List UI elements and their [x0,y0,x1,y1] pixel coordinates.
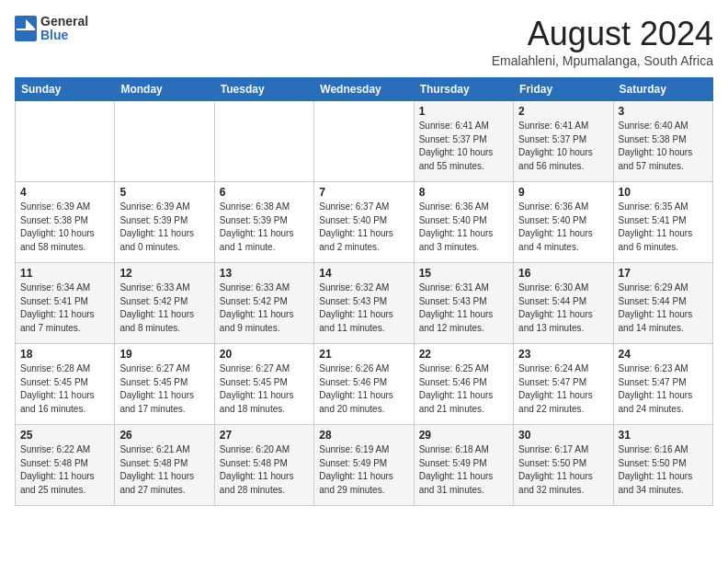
calendar-body: 1Sunrise: 6:41 AM Sunset: 5:37 PM Daylig… [16,101,713,506]
day-info: Sunrise: 6:26 AM Sunset: 5:46 PM Dayligh… [319,362,408,416]
calendar-cell: 4Sunrise: 6:39 AM Sunset: 5:38 PM Daylig… [16,182,115,263]
calendar-cell: 3Sunrise: 6:40 AM Sunset: 5:38 PM Daylig… [613,101,712,182]
day-number: 6 [220,186,309,199]
svg-rect-2 [17,29,35,30]
day-info: Sunrise: 6:39 AM Sunset: 5:39 PM Dayligh… [119,201,209,254]
day-info: Sunrise: 6:28 AM Sunset: 5:45 PM Dayligh… [20,362,109,416]
day-number: 28 [319,429,408,442]
day-info: Sunrise: 6:36 AM Sunset: 5:40 PM Dayligh… [419,201,508,254]
calendar-week-row: 4Sunrise: 6:39 AM Sunset: 5:38 PM Daylig… [16,182,713,263]
calendar-cell [16,101,115,182]
calendar-cell: 17Sunrise: 6:29 AM Sunset: 5:44 PM Dayli… [613,263,712,344]
calendar-cell: 2Sunrise: 6:41 AM Sunset: 5:37 PM Daylig… [514,101,613,182]
day-info: Sunrise: 6:33 AM Sunset: 5:42 PM Dayligh… [220,282,309,335]
header-row: Sunday Monday Tuesday Wednesday Thursday… [16,78,713,101]
calendar-cell: 8Sunrise: 6:36 AM Sunset: 5:40 PM Daylig… [414,182,513,263]
calendar-header: Sunday Monday Tuesday Wednesday Thursday… [16,78,713,101]
calendar-week-row: 11Sunrise: 6:34 AM Sunset: 5:41 PM Dayli… [16,263,713,344]
day-info: Sunrise: 6:22 AM Sunset: 5:48 PM Dayligh… [20,443,109,497]
day-info: Sunrise: 6:16 AM Sunset: 5:50 PM Dayligh… [619,443,708,497]
calendar-cell: 21Sunrise: 6:26 AM Sunset: 5:46 PM Dayli… [314,344,414,425]
day-number: 13 [220,267,309,280]
day-number: 9 [518,186,608,199]
day-info: Sunrise: 6:23 AM Sunset: 5:47 PM Dayligh… [619,362,708,416]
day-number: 20 [220,348,309,361]
calendar-week-row: 1Sunrise: 6:41 AM Sunset: 5:37 PM Daylig… [16,101,713,182]
day-info: Sunrise: 6:41 AM Sunset: 5:37 PM Dayligh… [419,120,508,173]
day-info: Sunrise: 6:29 AM Sunset: 5:44 PM Dayligh… [619,282,708,335]
day-info: Sunrise: 6:25 AM Sunset: 5:46 PM Dayligh… [419,362,508,416]
logo-icon [15,16,37,41]
calendar-cell: 14Sunrise: 6:32 AM Sunset: 5:43 PM Dayli… [314,263,414,344]
calendar-cell: 27Sunrise: 6:20 AM Sunset: 5:48 PM Dayli… [214,425,313,506]
calendar-cell: 12Sunrise: 6:33 AM Sunset: 5:42 PM Dayli… [115,263,214,344]
col-sunday: Sunday [16,78,115,101]
calendar-cell: 30Sunrise: 6:17 AM Sunset: 5:50 PM Dayli… [514,425,613,506]
calendar-cell: 29Sunrise: 6:18 AM Sunset: 5:49 PM Dayli… [414,425,513,506]
col-friday: Friday [514,78,613,101]
day-number: 11 [20,267,109,280]
day-number: 18 [20,348,109,361]
day-number: 2 [518,105,608,118]
day-info: Sunrise: 6:27 AM Sunset: 5:45 PM Dayligh… [220,362,309,416]
day-number: 3 [619,105,708,118]
day-info: Sunrise: 6:38 AM Sunset: 5:39 PM Dayligh… [220,201,309,254]
day-number: 8 [419,186,508,199]
calendar-cell: 24Sunrise: 6:23 AM Sunset: 5:47 PM Dayli… [613,344,712,425]
day-number: 15 [419,267,508,280]
calendar-cell: 15Sunrise: 6:31 AM Sunset: 5:43 PM Dayli… [414,263,513,344]
col-monday: Monday [115,78,214,101]
day-info: Sunrise: 6:36 AM Sunset: 5:40 PM Dayligh… [518,201,608,254]
calendar-cell: 6Sunrise: 6:38 AM Sunset: 5:39 PM Daylig… [214,182,313,263]
calendar-cell: 16Sunrise: 6:30 AM Sunset: 5:44 PM Dayli… [514,263,613,344]
day-info: Sunrise: 6:40 AM Sunset: 5:38 PM Dayligh… [619,120,708,173]
day-info: Sunrise: 6:27 AM Sunset: 5:45 PM Dayligh… [119,362,209,416]
day-info: Sunrise: 6:30 AM Sunset: 5:44 PM Dayligh… [518,282,608,335]
day-info: Sunrise: 6:17 AM Sunset: 5:50 PM Dayligh… [518,443,608,497]
day-number: 19 [119,348,209,361]
day-number: 4 [20,186,109,199]
day-info: Sunrise: 6:35 AM Sunset: 5:41 PM Dayligh… [619,201,708,254]
day-info: Sunrise: 6:21 AM Sunset: 5:48 PM Dayligh… [119,443,209,497]
calendar-cell: 31Sunrise: 6:16 AM Sunset: 5:50 PM Dayli… [613,425,712,506]
day-info: Sunrise: 6:37 AM Sunset: 5:40 PM Dayligh… [319,201,408,254]
day-number: 23 [518,348,608,361]
calendar-table: Sunday Monday Tuesday Wednesday Thursday… [15,77,713,506]
calendar-subtitle: Emalahleni, Mpumalanga, South Africa [492,53,713,68]
day-number: 16 [518,267,608,280]
col-wednesday: Wednesday [314,78,414,101]
calendar-cell [314,101,414,182]
col-saturday: Saturday [613,78,712,101]
calendar-title: August 2024 [492,15,713,53]
calendar-cell: 11Sunrise: 6:34 AM Sunset: 5:41 PM Dayli… [16,263,115,344]
logo-general: General [40,15,88,29]
calendar-cell [214,101,313,182]
col-tuesday: Tuesday [214,78,313,101]
calendar-cell: 20Sunrise: 6:27 AM Sunset: 5:45 PM Dayli… [214,344,313,425]
day-info: Sunrise: 6:31 AM Sunset: 5:43 PM Dayligh… [419,282,508,335]
day-info: Sunrise: 6:34 AM Sunset: 5:41 PM Dayligh… [20,282,109,335]
title-block: August 2024 Emalahleni, Mpumalanga, Sout… [492,15,713,68]
day-number: 29 [419,429,508,442]
day-number: 17 [619,267,708,280]
day-info: Sunrise: 6:19 AM Sunset: 5:49 PM Dayligh… [319,443,408,497]
logo-blue: Blue [40,29,88,42]
col-thursday: Thursday [414,78,513,101]
logo: General Blue [15,15,88,43]
calendar-cell [115,101,214,182]
day-number: 22 [419,348,508,361]
calendar-cell: 22Sunrise: 6:25 AM Sunset: 5:46 PM Dayli… [414,344,513,425]
calendar-cell: 19Sunrise: 6:27 AM Sunset: 5:45 PM Dayli… [115,344,214,425]
calendar-week-row: 25Sunrise: 6:22 AM Sunset: 5:48 PM Dayli… [16,425,713,506]
calendar-cell: 7Sunrise: 6:37 AM Sunset: 5:40 PM Daylig… [314,182,414,263]
day-number: 31 [619,429,708,442]
calendar-cell: 13Sunrise: 6:33 AM Sunset: 5:42 PM Dayli… [214,263,313,344]
calendar-week-row: 18Sunrise: 6:28 AM Sunset: 5:45 PM Dayli… [16,344,713,425]
day-number: 21 [319,348,408,361]
day-number: 7 [319,186,408,199]
day-info: Sunrise: 6:41 AM Sunset: 5:37 PM Dayligh… [518,120,608,173]
day-number: 12 [119,267,209,280]
day-info: Sunrise: 6:39 AM Sunset: 5:38 PM Dayligh… [20,201,109,254]
calendar-cell: 1Sunrise: 6:41 AM Sunset: 5:37 PM Daylig… [414,101,513,182]
day-number: 27 [220,429,309,442]
